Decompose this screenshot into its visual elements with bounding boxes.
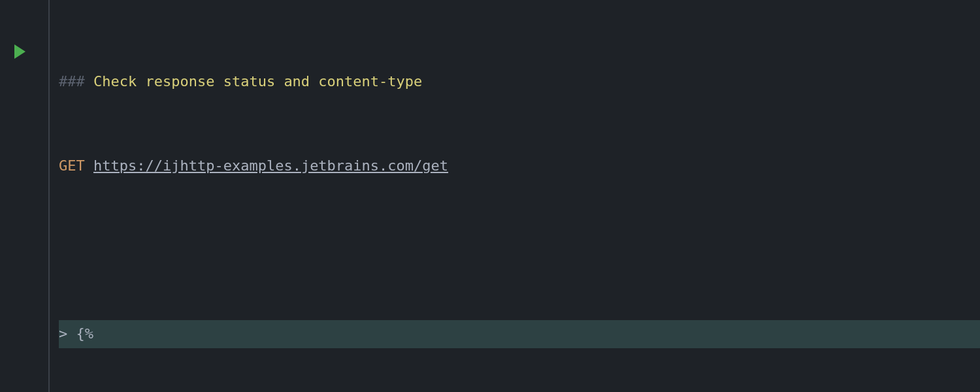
http-method: GET [59, 157, 85, 174]
code-line-blank [59, 236, 980, 264]
script-open-brace: {% [76, 325, 94, 342]
code-line: > {% [59, 320, 980, 348]
code-editor[interactable]: ### Check response status and content-ty… [50, 0, 980, 392]
comment-text: Check response status and content-type [93, 73, 422, 90]
editor-gutter [0, 0, 50, 392]
comment-marker: ### [59, 73, 93, 90]
http-url[interactable]: https://ijhttp-examples.jetbrains.com/ge… [93, 157, 448, 174]
run-request-icon[interactable] [14, 44, 25, 59]
code-line: ### Check response status and content-ty… [59, 68, 980, 96]
script-open-arrow: > [59, 325, 67, 342]
code-line: GET https://ijhttp-examples.jetbrains.co… [59, 152, 980, 180]
